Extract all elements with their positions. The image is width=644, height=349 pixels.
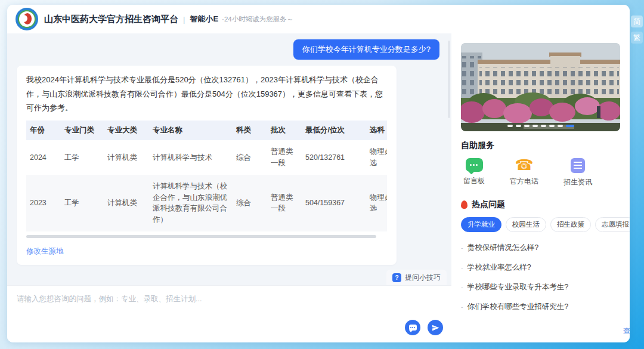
cell-min-score: 520/132761 xyxy=(302,140,366,175)
lang-simplified-button[interactable]: 简 xyxy=(631,16,643,27)
quick-chat-button[interactable] xyxy=(405,320,420,335)
cell-year: 2024 xyxy=(26,140,61,175)
chat-message-list[interactable]: 你们学校今年计算机专业分数是多少? 我校2024年计算机科学与技术专业最低分是5… xyxy=(7,33,451,285)
cell-major-group: 计算机类 xyxy=(104,140,149,175)
col-major-name: 专业名称 xyxy=(149,121,233,140)
hot-question-item[interactable]: 学校哪些专业录取专升本考生? xyxy=(461,277,630,297)
user-message-bubble: 你们学校今年计算机专业分数是多少? xyxy=(293,39,439,60)
col-subject-type: 科类 xyxy=(233,121,267,140)
scores-table-computer: 年份 专业门类 专业大类 专业名称 科类 批次 最低分/位次 选科 xyxy=(26,121,387,231)
hot-questions-title: 热点问题 xyxy=(472,199,505,210)
carousel-active-dot[interactable] xyxy=(566,125,574,127)
message-input[interactable] xyxy=(17,295,398,303)
service-label: 留言板 xyxy=(463,176,485,186)
phone-icon: ☎ xyxy=(515,158,533,172)
cell-major-name: 计算机科学与技术 xyxy=(149,140,233,175)
hot-question-item[interactable]: 你们学校有哪些专业招研究生? xyxy=(461,297,630,317)
title-divider: | xyxy=(183,15,185,24)
language-switcher: 简 繁 xyxy=(631,16,643,44)
cell-subject-type: 综合 xyxy=(233,140,267,175)
question-text: 你们学校有哪些专业招研究生? xyxy=(467,302,568,312)
self-service-row: 留言板 ☎ 官方电话 招生资讯 xyxy=(461,158,630,187)
cell-batch: 普通类一段 xyxy=(267,175,302,231)
self-service-title: 自助服务 xyxy=(461,140,630,151)
col-category: 专业门类 xyxy=(61,121,104,140)
platform-title: 山东中医药大学官方招生咨询平台 xyxy=(44,14,178,25)
bullet-icon xyxy=(461,264,463,271)
service-official-phone[interactable]: ☎ 官方电话 xyxy=(510,158,538,187)
service-tagline: ·24小时竭诚为您服务～ xyxy=(222,15,293,24)
message-board-icon xyxy=(466,158,483,172)
tab-campus-life[interactable]: 校园生活 xyxy=(506,217,546,232)
table-row: 2023 工学 计算机类 计算机科学与技术（校企合作，与山东浪潮优派科技教育有限… xyxy=(26,175,387,231)
table-row: 2024 工学 计算机类 计算机科学与技术 综合 普通类一段 520/13276… xyxy=(26,140,387,175)
cell-batch: 普通类一段 xyxy=(267,140,302,175)
chat-bubble-icon xyxy=(409,325,417,331)
header-bar: 山东中医药大学官方招生咨询平台 | 智能小E ·24小时竭诚为您服务～ xyxy=(7,5,630,33)
campus-photo xyxy=(461,43,620,131)
main-window: 山东中医药大学官方招生咨询平台 | 智能小E ·24小时竭诚为您服务～ 你们学校… xyxy=(7,5,630,342)
tab-application-filling[interactable]: 志愿填报 xyxy=(595,217,630,232)
col-subject-req: 选科 xyxy=(366,121,387,140)
col-min-score: 最低分/位次 xyxy=(302,121,366,140)
hot-question-item[interactable]: 贵校保研情况怎么样? xyxy=(461,238,630,258)
scores-table-container[interactable]: 年份 专业门类 专业大类 专业名称 科类 批次 最低分/位次 选科 xyxy=(26,121,387,238)
bot-answer-text: 我校2024年计算机科学与技术专业最低分是520分（位次132761），2023… xyxy=(26,73,387,115)
service-label: 招生资讯 xyxy=(564,177,592,187)
send-button[interactable] xyxy=(428,320,443,335)
hot-question-list: 贵校保研情况怎么样? 学校就业率怎么样? 学校哪些专业录取专升本考生? 你们学校… xyxy=(461,238,630,317)
table-header-row: 年份 专业门类 专业大类 专业名称 科类 批次 最低分/位次 选科 xyxy=(26,121,387,140)
hot-question-item[interactable]: 学校就业率怎么样? xyxy=(461,258,630,277)
hot-question-tabs: 升学就业 校园生活 招生政策 志愿填报 » xyxy=(461,217,630,232)
service-message-board[interactable]: 留言板 xyxy=(463,158,485,187)
news-icon xyxy=(571,158,585,173)
tips-label: 提问小技巧 xyxy=(405,273,441,283)
carousel-dots[interactable] xyxy=(507,125,574,127)
chat-panel: 你们学校今年计算机专业分数是多少? 我校2024年计算机科学与技术专业最低分是5… xyxy=(7,33,451,342)
tab-further-study-employment[interactable]: 升学就业 xyxy=(461,217,501,232)
cell-subject-req: 物理必选 xyxy=(366,140,387,175)
bot-answer-card: 我校2024年计算机科学与技术专业最低分是520分（位次132761），2023… xyxy=(17,66,397,265)
bullet-icon xyxy=(461,283,463,291)
cell-major-group: 计算机类 xyxy=(104,175,149,231)
message-composer xyxy=(7,285,451,342)
info-sidebar: 自助服务 留言板 ☎ 官方电话 招生资讯 热点问题 xyxy=(451,33,630,342)
flame-icon xyxy=(461,200,467,209)
assistant-name: 智能小E xyxy=(190,14,218,24)
service-admission-news[interactable]: 招生资讯 xyxy=(564,158,592,187)
question-text: 学校哪些专业录取专升本考生? xyxy=(467,282,568,292)
cell-min-score: 504/159367 xyxy=(302,175,366,231)
cell-subject-type: 综合 xyxy=(233,175,267,231)
campus-photo-carousel[interactable] xyxy=(461,43,620,131)
bullet-icon xyxy=(461,303,463,310)
question-text: 学校就业率怎么样? xyxy=(467,262,531,273)
service-label: 官方电话 xyxy=(510,177,538,187)
bullet-icon xyxy=(461,244,463,251)
cell-category: 工学 xyxy=(61,140,104,175)
col-batch: 批次 xyxy=(267,121,302,140)
university-logo-icon xyxy=(16,8,38,30)
modify-source-region-link[interactable]: 修改生源地 xyxy=(26,246,64,257)
question-text: 贵校保研情况怎么样? xyxy=(467,243,538,253)
send-icon xyxy=(432,324,439,332)
col-major-group: 专业大类 xyxy=(104,121,149,140)
cell-year: 2023 xyxy=(26,175,61,231)
question-mark-icon xyxy=(392,273,401,282)
cell-subject-req: 物理必选 xyxy=(366,175,387,231)
question-tips-chip[interactable]: 提问小技巧 xyxy=(386,270,447,285)
chat-vertical-scrollbar[interactable] xyxy=(448,41,450,118)
col-year: 年份 xyxy=(26,121,61,140)
tab-admission-policy[interactable]: 招生政策 xyxy=(550,217,591,232)
table-horizontal-scrollbar[interactable] xyxy=(26,235,376,238)
lang-traditional-button[interactable]: 繁 xyxy=(631,32,643,44)
cell-category: 工学 xyxy=(61,175,104,231)
cell-major-name: 计算机科学与技术（校企合作，与山东浪潮优派科技教育有限公司合作） xyxy=(149,175,233,231)
view-more-link[interactable]: 查看更多 > xyxy=(623,326,630,336)
hot-questions-header: 热点问题 xyxy=(461,199,630,210)
